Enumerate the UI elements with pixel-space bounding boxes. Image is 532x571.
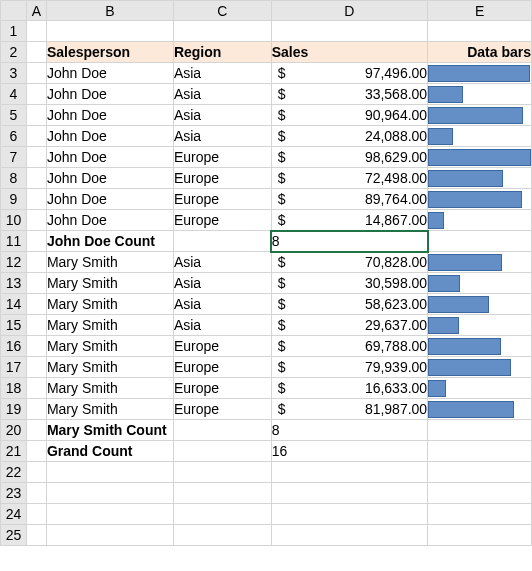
row-header-14[interactable]: 14 xyxy=(1,294,27,315)
cell-subtotal-label[interactable]: John Doe Count xyxy=(46,231,173,252)
cell-empty[interactable] xyxy=(428,420,532,441)
spreadsheet-grid[interactable]: A B C D E 12SalespersonRegionSalesData b… xyxy=(0,0,532,546)
cell-person[interactable]: John Doe xyxy=(46,105,173,126)
cell-sales[interactable]: $14,867.00 xyxy=(271,210,428,231)
row-header-9[interactable]: 9 xyxy=(1,189,27,210)
cell-person[interactable]: John Doe xyxy=(46,168,173,189)
row-header-24[interactable]: 24 xyxy=(1,504,27,525)
row-header-4[interactable]: 4 xyxy=(1,84,27,105)
cell-person[interactable]: John Doe xyxy=(46,189,173,210)
col-header-A[interactable]: A xyxy=(26,1,46,21)
cell-databar[interactable] xyxy=(428,378,532,399)
row-header-3[interactable]: 3 xyxy=(1,63,27,84)
cell-person[interactable]: John Doe xyxy=(46,63,173,84)
cell-sales[interactable]: $33,568.00 xyxy=(271,84,428,105)
cell-region[interactable]: Europe xyxy=(173,189,271,210)
cell-region[interactable]: Europe xyxy=(173,210,271,231)
row-header-11[interactable]: 11 xyxy=(1,231,27,252)
row-header-23[interactable]: 23 xyxy=(1,483,27,504)
col-header-E[interactable]: E xyxy=(428,1,532,21)
cell-subtotal-label[interactable]: Mary Smith Count xyxy=(46,420,173,441)
cell-subtotal-count[interactable]: 16 xyxy=(271,441,428,462)
cell-region[interactable]: Europe xyxy=(173,336,271,357)
cell-person[interactable]: John Doe xyxy=(46,126,173,147)
cell-person[interactable]: Mary Smith xyxy=(46,252,173,273)
cell-sales[interactable]: $89,764.00 xyxy=(271,189,428,210)
cell-databar[interactable] xyxy=(428,336,532,357)
cell-databar[interactable] xyxy=(428,315,532,336)
row-header-25[interactable]: 25 xyxy=(1,525,27,546)
cell-databar[interactable] xyxy=(428,189,532,210)
cell-databar[interactable] xyxy=(428,168,532,189)
header-databars[interactable]: Data bars xyxy=(428,42,532,63)
row-header-15[interactable]: 15 xyxy=(1,315,27,336)
cell-sales[interactable]: $79,939.00 xyxy=(271,357,428,378)
row-header-22[interactable]: 22 xyxy=(1,462,27,483)
row-header-13[interactable]: 13 xyxy=(1,273,27,294)
row-header-19[interactable]: 19 xyxy=(1,399,27,420)
cell-sales[interactable]: $29,637.00 xyxy=(271,315,428,336)
cell-region[interactable]: Europe xyxy=(173,147,271,168)
cell-databar[interactable] xyxy=(428,399,532,420)
cell-person[interactable]: Mary Smith xyxy=(46,273,173,294)
cell-empty[interactable] xyxy=(173,420,271,441)
cell-person[interactable]: Mary Smith xyxy=(46,378,173,399)
select-all-corner[interactable] xyxy=(1,1,27,21)
cell-region[interactable]: Asia xyxy=(173,84,271,105)
cell-person[interactable]: Mary Smith xyxy=(46,336,173,357)
row-header-10[interactable]: 10 xyxy=(1,210,27,231)
cell-sales[interactable]: $70,828.00 xyxy=(271,252,428,273)
cell-sales[interactable]: $90,964.00 xyxy=(271,105,428,126)
row-header-18[interactable]: 18 xyxy=(1,378,27,399)
cell-person[interactable]: Mary Smith xyxy=(46,399,173,420)
cell-person[interactable]: Mary Smith xyxy=(46,357,173,378)
cell-region[interactable]: Asia xyxy=(173,294,271,315)
cell-region[interactable]: Asia xyxy=(173,252,271,273)
cell-sales[interactable]: $72,498.00 xyxy=(271,168,428,189)
cell-databar[interactable] xyxy=(428,147,532,168)
col-header-B[interactable]: B xyxy=(46,1,173,21)
cell-person[interactable]: John Doe xyxy=(46,147,173,168)
cell-databar[interactable] xyxy=(428,105,532,126)
header-salesperson[interactable]: Salesperson xyxy=(46,42,173,63)
col-header-C[interactable]: C xyxy=(173,1,271,21)
cell-sales[interactable]: $58,623.00 xyxy=(271,294,428,315)
cell-sales[interactable]: $97,496.00 xyxy=(271,63,428,84)
row-header-16[interactable]: 16 xyxy=(1,336,27,357)
cell-region[interactable]: Europe xyxy=(173,378,271,399)
cell-sales[interactable]: $81,987.00 xyxy=(271,399,428,420)
row-header-1[interactable]: 1 xyxy=(1,21,27,42)
col-header-D[interactable]: D xyxy=(271,1,428,21)
row-header-8[interactable]: 8 xyxy=(1,168,27,189)
cell-databar[interactable] xyxy=(428,63,532,84)
cell-empty[interactable] xyxy=(173,441,271,462)
cell-subtotal-count[interactable]: 8 xyxy=(271,231,428,252)
cell-databar[interactable] xyxy=(428,252,532,273)
cell-empty[interactable] xyxy=(428,441,532,462)
cell-person[interactable]: John Doe xyxy=(46,210,173,231)
cell-empty[interactable] xyxy=(428,231,532,252)
cell-region[interactable]: Europe xyxy=(173,357,271,378)
cell-databar[interactable] xyxy=(428,84,532,105)
cell-region[interactable]: Asia xyxy=(173,273,271,294)
cell-person[interactable]: Mary Smith xyxy=(46,315,173,336)
cell-databar[interactable] xyxy=(428,126,532,147)
row-header-20[interactable]: 20 xyxy=(1,420,27,441)
cell-databar[interactable] xyxy=(428,357,532,378)
cell-sales[interactable]: $24,088.00 xyxy=(271,126,428,147)
cell-subtotal-count[interactable]: 8 xyxy=(271,420,428,441)
row-header-17[interactable]: 17 xyxy=(1,357,27,378)
cell-sales[interactable]: $98,629.00 xyxy=(271,147,428,168)
cell-databar[interactable] xyxy=(428,273,532,294)
cell-sales[interactable]: $30,598.00 xyxy=(271,273,428,294)
cell-empty[interactable] xyxy=(173,231,271,252)
cell-sales[interactable]: $16,633.00 xyxy=(271,378,428,399)
cell-region[interactable]: Asia xyxy=(173,126,271,147)
cell-person[interactable]: Mary Smith xyxy=(46,294,173,315)
cell-region[interactable]: Europe xyxy=(173,168,271,189)
cell-region[interactable]: Asia xyxy=(173,105,271,126)
cell-databar[interactable] xyxy=(428,294,532,315)
row-header-2[interactable]: 2 xyxy=(1,42,27,63)
cell-region[interactable]: Asia xyxy=(173,315,271,336)
header-sales[interactable]: Sales xyxy=(271,42,428,63)
